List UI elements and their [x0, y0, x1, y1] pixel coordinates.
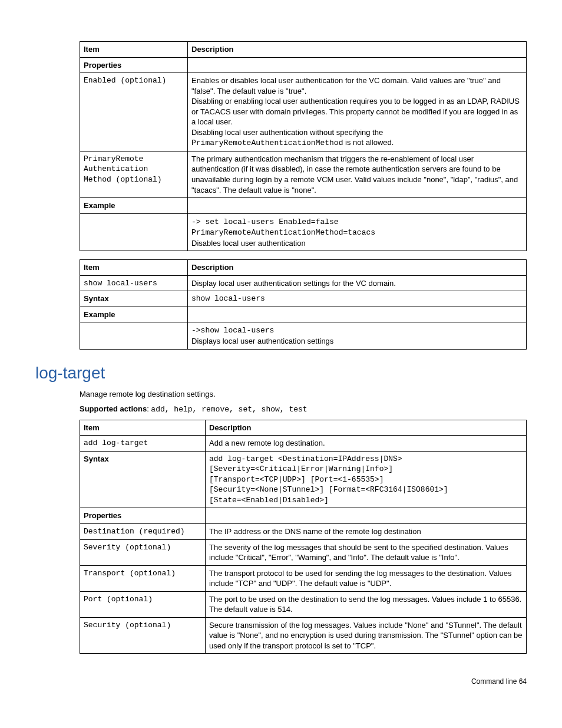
example-label: Example	[80, 198, 188, 214]
table-header-row: Item Description	[80, 42, 527, 58]
example-desc: ->show local-users Displays local user a…	[188, 322, 527, 349]
empty-cell	[188, 57, 527, 73]
syntax-l1: add log-target <Destination=IPAddress|DN…	[209, 454, 402, 463]
table-row: ->show local-users Displays local user a…	[80, 322, 527, 349]
table-row: PrimaryRemote Authentication Method (opt…	[80, 151, 527, 197]
table-log-target: Item Description add log-target Add a ne…	[80, 420, 527, 654]
syntax-val: show local-users	[188, 291, 527, 307]
table-row: Example	[80, 198, 527, 214]
port-desc: The port to be used on the destination t…	[206, 591, 527, 617]
enabled-desc-part3a: Disabling local user authentication with…	[191, 128, 383, 137]
supported-label: Supported actions	[80, 404, 147, 413]
empty-cell	[206, 508, 527, 524]
dest-desc: The IP address or the DNS name of the re…	[206, 523, 527, 539]
section-heading: log-target	[35, 364, 527, 383]
sec-item: Security (optional)	[80, 617, 206, 654]
sec-desc: Secure transmission of the log messages.…	[206, 617, 527, 654]
enabled-desc-part2: Disabling or enabling local user authent…	[191, 97, 520, 126]
syntax-l4: [Security=<None|STunnel>] [Format=<RFC31…	[209, 485, 448, 494]
empty-cell	[188, 198, 527, 214]
col-desc-header: Description	[188, 260, 527, 276]
col-desc-header: Description	[188, 42, 527, 58]
table-row: Severity (optional) The severity of the …	[80, 539, 527, 565]
properties-label: Properties	[80, 508, 206, 524]
table-row: Syntax show local-users	[80, 291, 527, 307]
table-local-users-set: Item Description Properties Enabled (opt…	[80, 41, 527, 251]
trans-desc: The transport protocol to be used for se…	[206, 565, 527, 591]
table-row: Destination (required) The IP address or…	[80, 523, 527, 539]
pram-item: PrimaryRemote Authentication Method (opt…	[80, 151, 188, 197]
enabled-item: Enabled (optional)	[80, 73, 188, 151]
table-row: Properties	[80, 508, 527, 524]
pram-desc: The primary authentication mechanism tha…	[188, 151, 527, 197]
dest-item: Destination (required)	[80, 523, 206, 539]
supported-actions-line: Supported actions: add, help, remove, se…	[80, 404, 527, 414]
show-item: show local-users	[80, 275, 188, 291]
table-local-users-show: Item Description show local-users Displa…	[80, 259, 527, 349]
ex-line1: ->show local-users	[191, 326, 274, 335]
port-item: Port (optional)	[80, 591, 206, 617]
syntax-l2: [Severity=<Critical|Error|Warning|Info>]	[209, 465, 393, 473]
empty-cell	[80, 213, 188, 251]
properties-label: Properties	[80, 57, 188, 73]
table-row: Security (optional) Secure transmission …	[80, 617, 527, 654]
syntax-val: add log-target <Destination=IPAddress|DN…	[206, 451, 527, 508]
table-row: Port (optional) The port to be used on t…	[80, 591, 527, 617]
enabled-desc-part3c: is not allowed.	[343, 138, 394, 147]
ex-line3: Disables local user authentication	[191, 239, 306, 248]
table-row: Enabled (optional) Enables or disables l…	[80, 73, 527, 151]
syntax-l3: [Transport=<TCP|UDP>] [Port=<1-65535>]	[209, 475, 384, 484]
col-desc-header: Description	[206, 420, 527, 436]
enabled-desc: Enables or disables local user authentic…	[188, 73, 527, 151]
show-desc: Display local user authentication settin…	[188, 275, 527, 291]
table-row: Properties	[80, 57, 527, 73]
example-desc: -> set local-users Enabled=false Primary…	[188, 213, 527, 251]
syntax-l5: [State=<Enabled|Disabled>]	[209, 496, 329, 505]
ex-line2: Displays local user authentication setti…	[191, 337, 333, 345]
table-row: add log-target Add a new remote log dest…	[80, 436, 527, 452]
col-item-header: Item	[80, 42, 188, 58]
col-item-header: Item	[80, 420, 206, 436]
empty-cell	[80, 322, 188, 349]
add-desc: Add a new remote log destination.	[206, 436, 527, 452]
enabled-desc-part1: Enables or disables local user authentic…	[191, 76, 501, 95]
sev-item: Severity (optional)	[80, 539, 206, 565]
table-row: Syntax add log-target <Destination=IPAdd…	[80, 451, 527, 508]
table-header-row: Item Description	[80, 420, 527, 436]
section-intro: Manage remote log destination settings.	[80, 390, 527, 398]
example-label: Example	[80, 307, 188, 322]
enabled-desc-part3b: PrimaryRemoteAuthenticationMethod	[191, 139, 343, 147]
table-row: show local-users Display local user auth…	[80, 275, 527, 291]
empty-cell	[188, 307, 527, 322]
trans-item: Transport (optional)	[80, 565, 206, 591]
col-item-header: Item	[80, 260, 188, 276]
add-item: add log-target	[80, 436, 206, 452]
syntax-label: Syntax	[80, 451, 206, 508]
table-row: Example	[80, 307, 527, 322]
ex-line1: -> set local-users Enabled=false	[191, 218, 339, 226]
page-footer: Command line 64	[35, 677, 527, 686]
table-row: Transport (optional) The transport proto…	[80, 565, 527, 591]
table-header-row: Item Description	[80, 260, 527, 276]
supported-vals: add, help, remove, set, show, test	[151, 405, 307, 414]
ex-line2: PrimaryRemoteAuthenticationMethod=tacacs	[191, 228, 375, 237]
table-row: -> set local-users Enabled=false Primary…	[80, 213, 527, 251]
syntax-label: Syntax	[80, 291, 188, 307]
sev-desc: The severity of the log messages that sh…	[206, 539, 527, 565]
